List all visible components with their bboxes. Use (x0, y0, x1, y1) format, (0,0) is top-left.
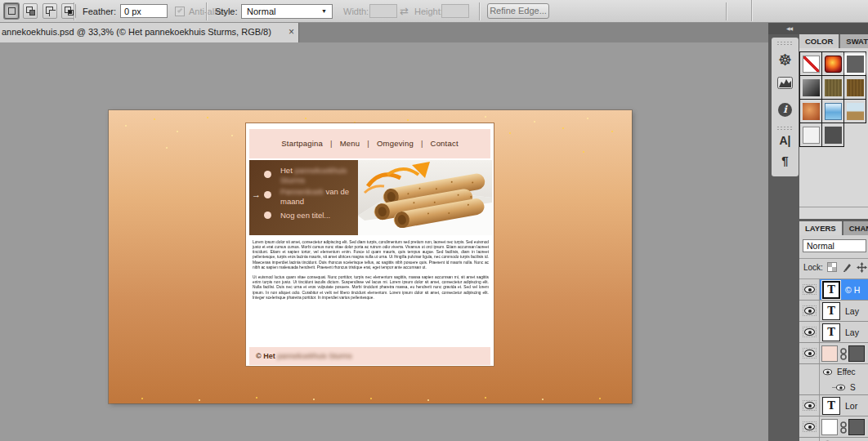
style-label: Style: (215, 7, 238, 16)
fill-layer-thumbnail[interactable] (821, 419, 838, 435)
new-selection-icon (8, 7, 16, 15)
blend-mode-select[interactable]: Normal (803, 239, 866, 252)
text-layer-thumbnail[interactable]: T (822, 323, 840, 341)
layer-row[interactable] (799, 343, 868, 364)
layer-name: Lay (845, 306, 859, 316)
panel-icon-strip: ☸ i A| ¶ (772, 38, 799, 176)
effect-name: S (850, 383, 856, 392)
new-selection-button[interactable] (4, 3, 19, 19)
layer-effect-item-row[interactable]: S (799, 380, 868, 395)
layers-panel: Normal Lock: T © H (799, 235, 868, 441)
layer-mask-thumbnail[interactable] (848, 419, 865, 435)
layer-effects-row[interactable] (799, 438, 868, 441)
nav-separator: | (421, 139, 423, 148)
layer-list: T © H T Lay T Lay (799, 278, 868, 441)
pancakes-photo (358, 160, 492, 235)
divider (206, 2, 207, 20)
visibility-eye-icon[interactable] (804, 350, 815, 357)
histogram-icon[interactable] (777, 77, 793, 89)
text-layer-thumbnail[interactable]: T (822, 281, 840, 299)
paragraph-icon[interactable]: ¶ (772, 154, 799, 167)
layer-mask-link-icon[interactable] (840, 421, 847, 434)
effects-label: Effec (837, 368, 856, 376)
layers-panel-tab-bar: LAYERSCHAN (799, 221, 868, 235)
feather-input[interactable] (120, 4, 168, 18)
layer-mask-thumbnail[interactable] (848, 345, 865, 362)
style-swatch-black-gradient[interactable] (803, 79, 820, 96)
style-swatch-orange-texture[interactable] (803, 103, 820, 120)
height-label: Height: (414, 7, 443, 16)
tab-channels[interactable]: CHAN (843, 221, 868, 235)
swap-dimensions-icon: ⇄ (400, 5, 409, 17)
lock-position-move-icon[interactable] (857, 262, 867, 273)
style-swatch-gray[interactable] (825, 127, 842, 144)
document-canvas[interactable]: Startpagina|Menu|Omgeving|Contact Het pa… (109, 110, 632, 403)
style-swatch-red-glow[interactable] (825, 56, 842, 73)
style-select-value: Normal (247, 7, 275, 16)
divider (751, 0, 752, 21)
nav-item: Startpagina (281, 139, 323, 148)
color-panel-tab-bar: COLORSWAT (799, 34, 868, 48)
style-swatch-white[interactable] (803, 127, 820, 144)
document-tab[interactable]: annekoekhuis.psd @ 33,3% (© Het pannekoe… (0, 23, 299, 42)
fill-layer-thumbnail[interactable] (821, 345, 838, 362)
sidebar-item-2: Pannenkoek van de maand (280, 187, 356, 207)
close-tab-icon[interactable]: × (289, 26, 294, 38)
visibility-eye-icon[interactable] (804, 307, 815, 314)
drag-grip[interactable] (776, 126, 794, 131)
blurred-text: Pannenkoek (280, 187, 324, 196)
visibility-eye-icon[interactable] (804, 402, 815, 409)
navigator-icon[interactable]: ☸ (772, 51, 799, 69)
refine-edge-button[interactable]: Refine Edge... (487, 3, 549, 19)
website-body-text: Lorem ipsum dolor sit amet, consectetur … (253, 239, 489, 344)
bullet-icon (264, 171, 271, 178)
website-nav: Startpagina|Menu|Omgeving|Contact (249, 129, 490, 158)
collapse-panels-icon[interactable]: ◀◀ (786, 25, 792, 31)
tab-color[interactable]: COLOR (799, 34, 839, 48)
divider (726, 2, 727, 20)
nav-separator: | (367, 139, 369, 148)
subtract-from-selection-button[interactable] (43, 3, 57, 19)
website-footer: © Het pannekoekhuis Sturms (249, 347, 490, 365)
document-title: annekoekhuis.psd @ 33,3% (© Het pannekoe… (2, 27, 271, 37)
blend-mode-value: Normal (807, 241, 834, 251)
tab-swatches[interactable]: SWAT (840, 34, 868, 48)
drag-grip[interactable] (776, 41, 794, 46)
width-input (369, 4, 397, 18)
layer-row[interactable] (799, 416, 868, 438)
style-swatch-brown-texture[interactable] (847, 79, 864, 96)
style-swatch-olive-texture[interactable] (825, 79, 842, 96)
visibility-eye-icon[interactable] (804, 423, 815, 430)
sparkle-decoration (109, 110, 110, 112)
layer-row-selected[interactable]: T © H (799, 279, 868, 301)
info-icon[interactable]: i (778, 103, 792, 117)
style-swatch-dark-gray[interactable] (847, 56, 864, 73)
lock-pixels-brush-icon[interactable] (843, 262, 852, 272)
width-label: Width: (343, 7, 369, 16)
document-tab-bar: annekoekhuis.psd @ 33,3% (© Het pannekoe… (0, 23, 768, 42)
text-layer-thumbnail[interactable]: T (822, 397, 840, 415)
layer-mask-link-icon[interactable] (840, 348, 847, 360)
layer-row[interactable]: T Lay (799, 301, 868, 322)
visibility-eye-icon[interactable] (836, 385, 845, 391)
add-to-selection-button[interactable] (23, 3, 38, 19)
text-layer-thumbnail[interactable]: T (822, 302, 840, 320)
layer-effects-row[interactable]: Effec (799, 364, 868, 380)
layer-row[interactable]: T Lor (799, 395, 868, 416)
lock-transparency-icon[interactable] (827, 262, 837, 272)
style-swatch-blue-glass[interactable] (825, 103, 842, 120)
style-swatch-landscape[interactable] (847, 103, 864, 120)
character-icon[interactable]: A| (772, 134, 799, 147)
style-swatch-none[interactable] (803, 56, 820, 73)
layer-row[interactable]: T Lay (799, 322, 868, 343)
visibility-eye-icon[interactable] (804, 328, 815, 336)
nav-separator: | (330, 139, 333, 148)
visibility-eye-icon[interactable] (823, 369, 832, 376)
blurred-text: pannekoekhuis (294, 166, 347, 175)
anti-alias-checkbox (175, 7, 185, 16)
styles-panel (799, 48, 868, 219)
style-select[interactable]: Normal ▼ (241, 4, 333, 19)
tab-layers[interactable]: LAYERS (799, 221, 842, 235)
lock-row: Lock: (799, 258, 868, 276)
visibility-eye-icon[interactable] (804, 286, 815, 293)
